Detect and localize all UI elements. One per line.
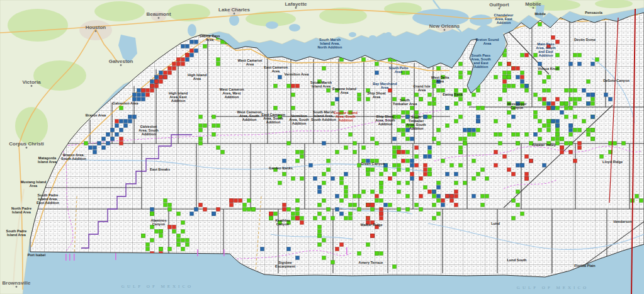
lease-block-green[interactable] [573, 115, 577, 118]
lease-block-green[interactable] [524, 132, 528, 136]
lease-block-green[interactable] [375, 141, 378, 145]
lease-block-red[interactable] [573, 159, 577, 162]
lease-block-blue[interactable] [194, 48, 198, 52]
lease-block-green[interactable] [163, 198, 167, 202]
lease-block-green[interactable] [405, 110, 409, 114]
lease-block-green[interactable] [472, 132, 475, 136]
lease-block-green[interactable] [291, 106, 295, 110]
lease-block-green[interactable] [370, 137, 374, 140]
lease-block-green[interactable] [379, 251, 383, 255]
lease-block-green[interactable] [564, 106, 568, 110]
lease-block-blue[interactable] [128, 119, 132, 123]
lease-block-green[interactable] [392, 163, 396, 167]
lease-block-blue[interactable] [93, 145, 96, 149]
lease-block-green[interactable] [203, 44, 206, 48]
lease-block-red[interactable] [454, 203, 458, 206]
lease-block-blue[interactable] [335, 194, 339, 198]
lease-block-red[interactable] [494, 150, 497, 154]
lease-block-green[interactable] [176, 212, 180, 215]
lease-block-green[interactable] [546, 119, 550, 123]
lease-block-green[interactable] [463, 88, 466, 92]
lease-block-green[interactable] [405, 137, 409, 140]
lease-block-green[interactable] [370, 207, 374, 211]
lease-block-blue[interactable] [313, 176, 317, 180]
lease-block-green[interactable] [546, 75, 550, 79]
lease-block-blue[interactable] [115, 132, 118, 136]
lease-block-green[interactable] [414, 93, 418, 96]
lease-block-green[interactable] [326, 167, 330, 171]
lease-block-red[interactable] [511, 172, 515, 176]
lease-block-green[interactable] [436, 88, 440, 92]
lease-block-blue[interactable] [568, 123, 572, 127]
lease-block-green[interactable] [511, 132, 515, 136]
lease-block-blue[interactable] [405, 115, 409, 118]
lease-block-green[interactable] [494, 75, 497, 79]
lease-block-green[interactable] [216, 57, 220, 61]
lease-block-green[interactable] [212, 115, 215, 118]
lease-block-red[interactable] [454, 194, 458, 198]
lease-block-green[interactable] [472, 176, 475, 180]
lease-block-green[interactable] [300, 216, 303, 220]
lease-block-green[interactable] [401, 119, 405, 123]
lease-block-green[interactable] [212, 132, 215, 136]
lease-block-blue[interactable] [278, 75, 281, 79]
lease-block-green[interactable] [176, 242, 180, 246]
lease-block-blue[interactable] [106, 141, 110, 145]
lease-block-red[interactable] [176, 62, 180, 65]
lease-block-green[interactable] [282, 172, 286, 176]
lease-block-green[interactable] [397, 115, 400, 118]
lease-block-green[interactable] [317, 212, 321, 215]
lease-block-green[interactable] [502, 88, 506, 92]
lease-block-blue[interactable] [520, 163, 524, 167]
lease-block-red[interactable] [216, 207, 220, 211]
lease-block-green[interactable] [467, 71, 471, 74]
lease-block-green[interactable] [242, 203, 246, 206]
lease-block-red[interactable] [551, 35, 555, 39]
lease-block-red[interactable] [181, 57, 184, 61]
lease-block-green[interactable] [533, 110, 537, 114]
lease-block-green[interactable] [555, 137, 559, 140]
lease-block-green[interactable] [414, 203, 418, 206]
lease-block-green[interactable] [176, 234, 180, 237]
lease-block-green[interactable] [560, 137, 563, 140]
lease-block-blue[interactable] [560, 110, 563, 114]
lease-block-red[interactable] [282, 203, 286, 206]
lease-block-blue[interactable] [93, 150, 96, 154]
lease-block-red[interactable] [163, 75, 167, 79]
lease-block-blue[interactable] [123, 119, 127, 123]
lease-block-blue[interactable] [410, 176, 414, 180]
lease-block-blue[interactable] [476, 119, 480, 123]
lease-block-red[interactable] [167, 71, 171, 74]
lease-block-green[interactable] [555, 53, 559, 57]
lease-block-green[interactable] [383, 167, 387, 171]
lease-block-green[interactable] [463, 137, 466, 140]
lease-block-blue[interactable] [132, 97, 136, 101]
lease-block-green[interactable] [397, 167, 400, 171]
lease-block-red[interactable] [524, 172, 528, 176]
lease-block-blue[interactable] [524, 84, 528, 88]
lease-block-green[interactable] [317, 242, 321, 246]
lease-block-red[interactable] [366, 216, 370, 220]
lease-block-green[interactable] [326, 88, 330, 92]
lease-block-green[interactable] [344, 194, 347, 198]
lease-block-blue[interactable] [445, 106, 449, 110]
lease-block-blue[interactable] [88, 145, 92, 149]
lease-block-green[interactable] [542, 79, 546, 83]
lease-block-green[interactable] [203, 123, 206, 127]
lease-block-green[interactable] [397, 145, 400, 149]
lease-block-green[interactable] [458, 75, 462, 79]
lease-block-green[interactable] [498, 132, 502, 136]
lease-block-green[interactable] [432, 194, 436, 198]
lease-block-red[interactable] [449, 198, 453, 202]
lease-block-red[interactable] [370, 203, 374, 206]
lease-block-green[interactable] [458, 137, 462, 140]
lease-block-red[interactable] [282, 207, 286, 211]
lease-block-green[interactable] [427, 101, 431, 105]
lease-block-red[interactable] [507, 167, 511, 171]
lease-block-blue[interactable] [476, 115, 480, 118]
lease-block-green[interactable] [181, 229, 184, 233]
lease-block-red[interactable] [401, 159, 405, 162]
lease-block-red[interactable] [375, 194, 378, 198]
lease-block-blue[interactable] [159, 71, 162, 74]
lease-block-green[interactable] [586, 132, 590, 136]
